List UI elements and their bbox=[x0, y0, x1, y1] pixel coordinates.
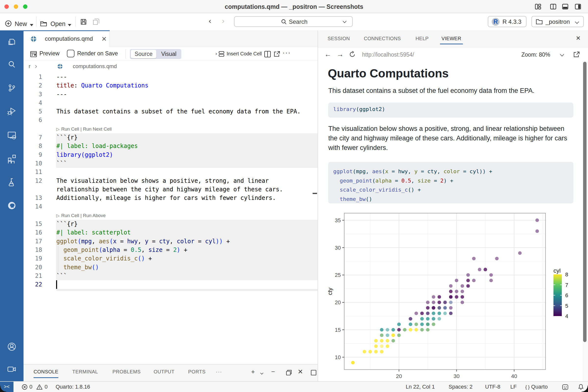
secondary-tab-connections[interactable]: CONNECTIONS bbox=[364, 36, 401, 42]
run-cell-lens[interactable]: ▷Run Cell | Run Above bbox=[24, 211, 318, 220]
panel-tab-ports[interactable]: PORTS bbox=[188, 369, 206, 374]
panel-new-dropdown-chevron[interactable] bbox=[260, 372, 264, 374]
breadcrumb: r computations.qmd bbox=[24, 61, 318, 73]
encoding-setting[interactable]: UTF-8 bbox=[485, 384, 500, 390]
preview-icon[interactable] bbox=[30, 50, 37, 58]
cursor-position[interactable]: Ln 22, Col 1 bbox=[406, 384, 435, 390]
panel-close-icon[interactable]: ✕ bbox=[298, 368, 303, 376]
tab-computations-qmd[interactable]: computations.qmd ✕ bbox=[24, 30, 110, 47]
editor-tabstrip: computations.qmd ✕ bbox=[24, 30, 318, 47]
panel-layout-icon[interactable] bbox=[310, 370, 317, 376]
activitybar-run-debug-icon[interactable] bbox=[7, 106, 17, 116]
history-back-button[interactable]: ‹ bbox=[209, 17, 211, 25]
panel-tab-problems[interactable]: PROBLEMS bbox=[112, 369, 141, 374]
secondary-panel-close-icon[interactable]: ✕ bbox=[576, 35, 581, 42]
secondary-tab-help[interactable]: HELP bbox=[416, 36, 428, 42]
code-editor[interactable]: 1---2title: Quarto Computations3---45Thi… bbox=[24, 73, 318, 364]
editor-more-actions-icon[interactable]: ··· bbox=[282, 49, 291, 56]
error-count[interactable]: 0 bbox=[30, 384, 32, 390]
viewer-scrollbar-track[interactable] bbox=[582, 62, 588, 381]
save-button[interactable] bbox=[80, 18, 87, 26]
search-icon bbox=[281, 19, 287, 25]
code-line: 11 bbox=[24, 168, 318, 176]
r-version-label: R 4.3.3 bbox=[502, 18, 521, 25]
notifications-bell-icon[interactable] bbox=[578, 384, 584, 390]
quarto-version[interactable]: Quarto: 1.8.16 bbox=[56, 384, 90, 390]
customize-layout-icon[interactable] bbox=[535, 4, 541, 10]
secondary-tab-viewer[interactable]: VIEWER bbox=[442, 36, 461, 42]
viewer-scrollbar-thumb[interactable] bbox=[583, 62, 586, 342]
activitybar-github-icon[interactable] bbox=[7, 201, 17, 210]
split-editor-layout-icon[interactable] bbox=[550, 4, 556, 10]
activitybar-search-icon[interactable] bbox=[7, 60, 17, 69]
document-title: Quarto Computations bbox=[328, 67, 448, 80]
run-cell-play-icon: ▷ bbox=[56, 213, 60, 218]
save-all-button[interactable] bbox=[92, 18, 100, 26]
line-number: 8 bbox=[24, 142, 42, 150]
editor-toolbar: Preview Render on Save Source Visual › I… bbox=[24, 47, 318, 61]
viewer-reload-icon[interactable] bbox=[349, 51, 356, 58]
activitybar-account-icon[interactable] bbox=[7, 342, 17, 352]
visual-mode-button[interactable]: Visual bbox=[157, 50, 180, 58]
render-on-save-checkbox[interactable] bbox=[67, 50, 74, 57]
activitybar-camera-icon[interactable] bbox=[7, 364, 17, 374]
breadcrumb-root[interactable]: r bbox=[29, 63, 30, 70]
breadcrumb-file[interactable]: computations.qmd bbox=[73, 63, 117, 70]
tab-close-icon[interactable]: ✕ bbox=[102, 35, 107, 43]
search-input[interactable]: Search bbox=[234, 16, 353, 27]
viewer-open-external-icon[interactable] bbox=[573, 51, 580, 58]
history-forward-button[interactable]: › bbox=[222, 17, 224, 25]
activitybar-source-control-icon[interactable] bbox=[7, 83, 17, 93]
svg-text:20: 20 bbox=[396, 373, 402, 379]
workspace-dropdown-chevron bbox=[575, 20, 579, 24]
workspace-button[interactable]: _positron bbox=[532, 16, 584, 27]
line-number: 2 bbox=[24, 81, 42, 90]
warning-count[interactable]: 0 bbox=[44, 384, 48, 390]
split-editor-icon[interactable] bbox=[264, 50, 271, 58]
indentation-setting[interactable]: Spaces: 2 bbox=[448, 384, 472, 390]
svg-text:cyl: cyl bbox=[554, 267, 560, 274]
run-cell-lens[interactable]: ▷Run Cell | Run Next Cell bbox=[24, 125, 318, 133]
preview-label[interactable]: Preview bbox=[40, 50, 60, 57]
open-button[interactable]: Open bbox=[40, 16, 72, 28]
panel-tabs-overflow-icon[interactable]: ··· bbox=[216, 369, 222, 374]
insert-code-cell-button[interactable]: › Insert Code Cell bbox=[215, 50, 282, 58]
secondary-panel-tabs: SESSIONCONNECTIONSHELPVIEWER✕ bbox=[318, 30, 588, 48]
viewer-forward-icon[interactable]: → bbox=[337, 50, 344, 58]
code-line: 14 bbox=[24, 202, 318, 211]
line-number: 11 bbox=[24, 168, 42, 176]
panel-tab-terminal[interactable]: TERMINAL bbox=[72, 369, 98, 374]
source-mode-button[interactable]: Source bbox=[131, 50, 156, 58]
new-plus-icon bbox=[5, 20, 12, 27]
line-number: 22 bbox=[24, 280, 42, 289]
eol-setting[interactable]: LF bbox=[510, 384, 517, 390]
activitybar-console-icon[interactable] bbox=[7, 130, 17, 140]
panel-new-console-icon[interactable]: + bbox=[251, 368, 255, 376]
search-placeholder: Search bbox=[289, 18, 308, 25]
activitybar-explorer-icon[interactable] bbox=[7, 37, 17, 47]
secondary-tab-session[interactable]: SESSION bbox=[328, 36, 350, 42]
panel-tab-console[interactable]: CONSOLE bbox=[34, 369, 58, 374]
feedback-icon[interactable] bbox=[562, 384, 568, 390]
viewer-zoom-chevron[interactable] bbox=[560, 52, 564, 56]
viewer-back-icon[interactable]: ← bbox=[324, 50, 331, 58]
activitybar-extensions-icon[interactable] bbox=[7, 154, 17, 164]
activitybar-testing-icon[interactable] bbox=[7, 177, 17, 187]
viewer-zoom-label[interactable]: Zoom: 80% bbox=[521, 52, 550, 58]
interpreter-button[interactable]: R R 4.3.3 bbox=[488, 16, 526, 27]
open-folder-icon bbox=[40, 20, 48, 27]
open-preview-external-icon[interactable] bbox=[273, 50, 280, 58]
document-paragraph: The visualization below shows a positive… bbox=[328, 124, 567, 153]
panel-tab-output[interactable]: OUTPUT bbox=[154, 369, 174, 374]
search-dropdown-chevron bbox=[343, 19, 347, 23]
language-mode[interactable]: { } Quarto bbox=[525, 384, 548, 390]
viewer-url[interactable]: http://localhost:5954/ bbox=[362, 52, 414, 58]
new-button[interactable]: New bbox=[5, 16, 33, 28]
toggle-panel-icon[interactable] bbox=[562, 4, 568, 10]
code-line: 18 geom_point(alpha = 0.5, size = 2) + bbox=[24, 246, 318, 254]
document-paragraph: This dataset contains a subset of the fu… bbox=[328, 87, 534, 94]
panel-minimize-icon[interactable]: − bbox=[271, 368, 275, 376]
text-cursor bbox=[56, 280, 57, 289]
panel-restore-icon[interactable] bbox=[286, 370, 292, 376]
toggle-secondary-sidebar-icon[interactable] bbox=[575, 4, 581, 10]
